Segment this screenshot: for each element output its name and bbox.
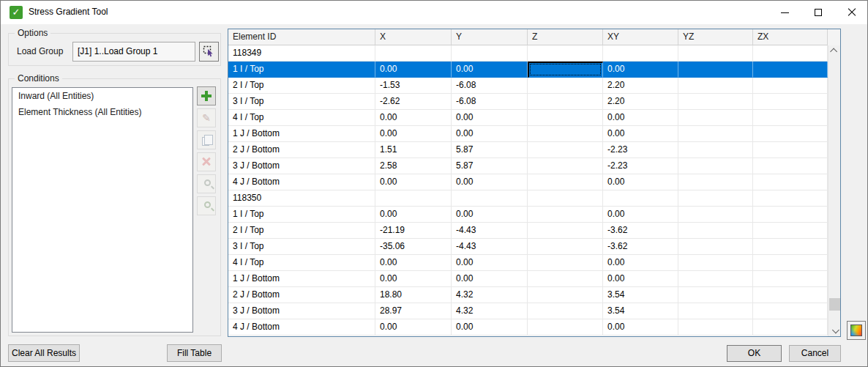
cell[interactable]: 0.00 bbox=[603, 126, 678, 142]
cell[interactable]: 4 J / Bottom bbox=[228, 319, 375, 336]
close-button[interactable] bbox=[835, 1, 868, 24]
cell[interactable] bbox=[375, 45, 452, 62]
table-row[interactable]: 1 I / Top0.000.000.00 bbox=[228, 62, 828, 78]
cell[interactable]: 0.00 bbox=[452, 110, 528, 126]
cell[interactable] bbox=[678, 78, 753, 94]
cell[interactable] bbox=[528, 142, 603, 158]
maximize-button[interactable] bbox=[801, 1, 835, 24]
cell[interactable]: 0.00 bbox=[452, 126, 528, 142]
cell[interactable]: 1 I / Top bbox=[228, 62, 375, 78]
cell[interactable] bbox=[528, 239, 603, 255]
group-row[interactable]: 118349 bbox=[228, 45, 828, 62]
ok-button[interactable]: OK bbox=[727, 345, 782, 362]
column-header-y[interactable]: Y bbox=[452, 29, 528, 45]
cell[interactable] bbox=[678, 287, 753, 303]
cell[interactable]: 3 J / Bottom bbox=[228, 158, 375, 174]
scrollbar-thumb[interactable] bbox=[829, 298, 840, 311]
minimize-button[interactable] bbox=[768, 1, 801, 24]
cell[interactable] bbox=[753, 110, 828, 126]
cell[interactable]: 0.00 bbox=[452, 174, 528, 190]
table-row[interactable]: 3 I / Top-35.06-4.43-3.62 bbox=[228, 239, 828, 255]
cell[interactable]: 118350 bbox=[228, 190, 375, 207]
table-row[interactable]: 1 J / Bottom0.000.000.00 bbox=[228, 126, 828, 142]
cell[interactable]: 118349 bbox=[228, 45, 375, 62]
conditions-list[interactable]: Inward (All Entities)Element Thickness (… bbox=[12, 87, 193, 333]
table-row[interactable]: 3 J / Bottom2.585.87-2.23 bbox=[228, 158, 828, 174]
cell[interactable] bbox=[528, 158, 603, 174]
cell[interactable]: 0.00 bbox=[603, 62, 678, 78]
cell[interactable] bbox=[753, 174, 828, 190]
cell[interactable] bbox=[678, 62, 753, 78]
cell[interactable] bbox=[528, 287, 603, 303]
cell[interactable]: 28.97 bbox=[375, 303, 452, 319]
vertical-scrollbar[interactable] bbox=[828, 45, 840, 336]
cell[interactable]: 4 I / Top bbox=[228, 110, 375, 126]
table-row[interactable]: 3 J / Bottom28.974.323.54 bbox=[228, 303, 828, 319]
cell[interactable]: 1 J / Bottom bbox=[228, 271, 375, 287]
cell[interactable]: -2.23 bbox=[603, 158, 678, 174]
cell[interactable]: 5.87 bbox=[452, 158, 528, 174]
cell[interactable]: 0.00 bbox=[603, 174, 678, 190]
cell[interactable] bbox=[753, 319, 828, 336]
table-row[interactable]: 2 J / Bottom1.515.87-2.23 bbox=[228, 142, 828, 158]
cell[interactable] bbox=[678, 126, 753, 142]
column-header-element-id[interactable]: Element ID bbox=[228, 29, 375, 45]
cell[interactable]: 3.54 bbox=[603, 287, 678, 303]
cell[interactable]: 0.00 bbox=[603, 271, 678, 287]
cell[interactable]: 0.00 bbox=[603, 110, 678, 126]
cell[interactable]: -35.06 bbox=[375, 239, 452, 255]
cell[interactable]: 0.00 bbox=[452, 62, 528, 78]
table-row[interactable]: 4 J / Bottom0.000.000.00 bbox=[228, 319, 828, 336]
cell[interactable]: 3.54 bbox=[603, 303, 678, 319]
cell[interactable]: 0.00 bbox=[452, 271, 528, 287]
table-row[interactable]: 1 J / Bottom0.000.000.00 bbox=[228, 271, 828, 287]
cell[interactable]: 2 J / Bottom bbox=[228, 287, 375, 303]
cell[interactable]: -3.62 bbox=[603, 223, 678, 239]
cell[interactable] bbox=[678, 110, 753, 126]
cell[interactable] bbox=[528, 126, 603, 142]
cell[interactable] bbox=[678, 255, 753, 271]
cell[interactable] bbox=[678, 142, 753, 158]
cell[interactable] bbox=[678, 207, 753, 223]
cell[interactable]: 0.00 bbox=[375, 62, 452, 78]
cell[interactable] bbox=[452, 190, 528, 207]
cell[interactable] bbox=[753, 303, 828, 319]
scroll-up-button[interactable] bbox=[828, 45, 841, 58]
cell[interactable]: 0.00 bbox=[452, 319, 528, 336]
cell[interactable] bbox=[528, 319, 603, 336]
add-condition-button[interactable] bbox=[197, 86, 216, 105]
cell[interactable]: 3 J / Bottom bbox=[228, 303, 375, 319]
cell[interactable]: 3 I / Top bbox=[228, 94, 375, 110]
cell[interactable]: 0.00 bbox=[375, 110, 452, 126]
cell[interactable] bbox=[603, 45, 678, 62]
cell[interactable]: -1.53 bbox=[375, 78, 452, 94]
cell[interactable]: -4.43 bbox=[452, 239, 528, 255]
cell[interactable]: 0.00 bbox=[603, 255, 678, 271]
cell[interactable] bbox=[753, 190, 828, 207]
cell[interactable]: 0.00 bbox=[452, 207, 528, 223]
table-row[interactable]: 1 I / Top0.000.000.00 bbox=[228, 207, 828, 223]
cell[interactable]: 0.00 bbox=[375, 255, 452, 271]
cell[interactable] bbox=[753, 223, 828, 239]
cell[interactable]: 2.20 bbox=[603, 94, 678, 110]
cell[interactable] bbox=[753, 126, 828, 142]
cell[interactable]: -6.08 bbox=[452, 94, 528, 110]
cell[interactable] bbox=[528, 207, 603, 223]
cell[interactable]: 4 I / Top bbox=[228, 255, 375, 271]
cell[interactable] bbox=[678, 45, 753, 62]
cell[interactable]: 3 I / Top bbox=[228, 239, 375, 255]
cell[interactable] bbox=[678, 303, 753, 319]
zoom-selected-button[interactable] bbox=[197, 196, 216, 215]
group-row[interactable]: 118350 bbox=[228, 190, 828, 207]
cell[interactable] bbox=[528, 62, 603, 78]
cell[interactable] bbox=[528, 255, 603, 271]
delete-condition-button[interactable] bbox=[197, 152, 216, 171]
cell[interactable]: 2 J / Bottom bbox=[228, 142, 375, 158]
cell[interactable]: 2.58 bbox=[375, 158, 452, 174]
scroll-down-button[interactable] bbox=[828, 324, 841, 336]
cell[interactable]: 18.80 bbox=[375, 287, 452, 303]
copy-condition-button[interactable] bbox=[197, 130, 216, 149]
cell[interactable] bbox=[753, 142, 828, 158]
zoom-button[interactable] bbox=[197, 174, 216, 193]
cell[interactable] bbox=[528, 223, 603, 239]
